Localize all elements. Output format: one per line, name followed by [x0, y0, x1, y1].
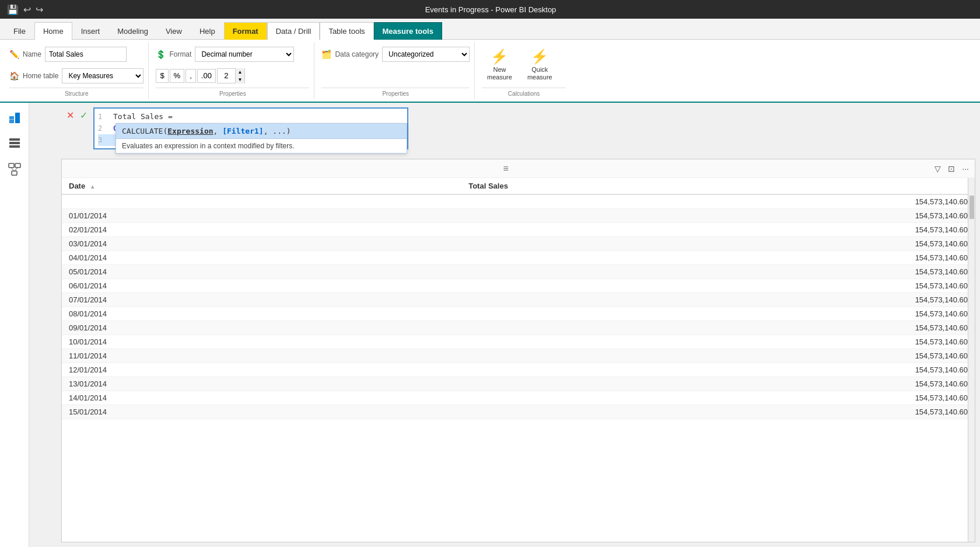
table-row: 14/01/2014154,573,140.60: [62, 391, 975, 405]
sidebar-item-data[interactable]: [4, 133, 25, 154]
svg-rect-1: [15, 113, 20, 123]
svg-rect-4: [9, 142, 20, 144]
home-table-dropdown[interactable]: Key Measures: [62, 68, 144, 83]
quick-measure-icon: ⚡: [531, 48, 548, 65]
toolbar-separator-icon: ≡: [503, 163, 508, 174]
decimal-down-btn[interactable]: ▼: [235, 76, 244, 83]
formula-confirm-btn[interactable]: ✓: [78, 109, 90, 122]
table-row: 154,573,140.60: [62, 194, 975, 209]
decimal-up-btn[interactable]: ▲: [235, 68, 244, 76]
table-row: 04/01/2014154,573,140.60: [62, 251, 975, 265]
tab-tabletools[interactable]: Table tools: [320, 22, 373, 40]
table-toolbar-right: ▽ ⊡ ···: [933, 163, 970, 175]
cell-date: 04/01/2014: [62, 251, 461, 265]
cell-totalsales: 154,573,140.60: [461, 321, 975, 335]
cell-totalsales: 154,573,140.60: [461, 251, 975, 265]
comma-btn[interactable]: ,: [186, 69, 196, 83]
formula-area: ✕ ✓ 1 Total Sales = 2 CALCULATE( SUM( 'S…: [29, 103, 980, 149]
new-measure-btn[interactable]: ⚡ New measure: [482, 44, 517, 85]
expand-icon-btn[interactable]: ⊡: [947, 163, 956, 175]
tab-help[interactable]: Help: [191, 22, 224, 40]
table-row: 11/01/2014154,573,140.60: [62, 349, 975, 363]
tab-measuretools[interactable]: Measure tools: [374, 22, 442, 40]
new-measure-icon: ⚡: [491, 48, 508, 65]
tab-modeling[interactable]: Modeling: [108, 22, 157, 40]
ribbon-group-format: 💲 Format Decimal number $ % , .00 ▲: [151, 42, 314, 99]
currency-btn[interactable]: $: [156, 69, 168, 83]
table-row: 08/01/2014154,573,140.60: [62, 307, 975, 321]
format-row: 💲 Format Decimal number: [156, 44, 294, 64]
tab-format[interactable]: Format: [224, 22, 267, 40]
model-view-icon: [8, 163, 21, 176]
main-canvas: ✕ ✓ 1 Total Sales = 2 CALCULATE( SUM( 'S…: [29, 103, 980, 547]
table-row: 02/01/2014154,573,140.60: [62, 223, 975, 237]
name-label: Name: [23, 50, 41, 58]
ribbon-tab-bar: File Home Insert Modeling View Help Form…: [0, 19, 980, 40]
tab-insert[interactable]: Insert: [72, 22, 109, 40]
ribbon: File Home Insert Modeling View Help Form…: [0, 19, 980, 103]
cell-totalsales: 154,573,140.60: [461, 194, 975, 209]
structure-group-label: Structure: [9, 88, 144, 97]
cell-date: [62, 194, 461, 209]
redo-icon[interactable]: ↪: [36, 4, 43, 15]
svg-rect-8: [12, 171, 17, 175]
line-number-1: 1: [98, 111, 108, 123]
cell-date: 14/01/2014: [62, 391, 461, 405]
title-bar-left: 💾 ↩ ↪: [7, 4, 43, 15]
table-row: 12/01/2014154,573,140.60: [62, 363, 975, 377]
format-dropdown[interactable]: Decimal number: [195, 47, 294, 62]
table-row: 09/01/2014154,573,140.60: [62, 321, 975, 335]
more-options-btn[interactable]: ···: [961, 163, 970, 175]
datacategory-dropdown[interactable]: Uncategorized: [382, 47, 470, 62]
percent-btn[interactable]: %: [170, 69, 185, 83]
number-format-row: $ % , .00 ▲ ▼: [156, 66, 245, 85]
cell-totalsales: 154,573,140.60: [461, 237, 975, 251]
undo-icon[interactable]: ↩: [23, 4, 31, 15]
filter-icon-btn[interactable]: ▽: [933, 163, 942, 175]
tab-datadrill[interactable]: Data / Drill: [267, 22, 320, 40]
table-toolbar: ≡ ▽ ⊡ ···: [62, 159, 975, 178]
sidebar-item-report[interactable]: [4, 107, 25, 128]
tab-file[interactable]: File: [5, 22, 34, 40]
title-bar: 💾 ↩ ↪ Events in Progress - Power BI Desk…: [0, 0, 980, 19]
home-table-icon: 🏠: [9, 71, 19, 81]
format-label: Format: [169, 50, 191, 58]
name-field-icon: ✏️: [9, 50, 19, 59]
autocomplete-function: CALCULATE(Expression, [Filter1], ...): [122, 127, 291, 135]
tab-view[interactable]: View: [157, 22, 191, 40]
col-date-header[interactable]: Date ▲: [62, 178, 461, 194]
sidebar-item-model[interactable]: [4, 159, 25, 180]
cell-date: 10/01/2014: [62, 335, 461, 349]
table-header-row: Date ▲ Total Sales: [62, 178, 975, 194]
table-scroll-area[interactable]: Date ▲ Total Sales 154,573,140.6001/01/2…: [62, 178, 975, 542]
table-body: 154,573,140.6001/01/2014154,573,140.6002…: [62, 194, 975, 419]
ribbon-group-calculations: ⚡ New measure ⚡ Quick measure Calculatio…: [477, 42, 570, 99]
ribbon-content-area: ✏️ Name 🏠 Home table Key Measures Struct…: [0, 40, 980, 103]
quick-measure-btn[interactable]: ⚡ Quick measure: [522, 44, 558, 85]
col-totalsales-header[interactable]: Total Sales: [461, 178, 975, 194]
formula-actions: ✕ ✓: [64, 107, 90, 122]
svg-rect-2: [9, 119, 14, 120]
ribbon-group-datacategory: 🗂️ Data category Uncategorized Propertie…: [317, 42, 475, 99]
decimal-btn[interactable]: .00: [197, 69, 216, 83]
svg-line-9: [11, 168, 14, 171]
cell-date: 09/01/2014: [62, 321, 461, 335]
save-icon[interactable]: 💾: [7, 4, 19, 15]
decimal-spinners: ▲ ▼: [235, 68, 244, 83]
format-icon: 💲: [156, 50, 166, 59]
decimal-value[interactable]: [218, 71, 235, 80]
svg-rect-7: [15, 163, 20, 168]
content-area: ✕ ✓ 1 Total Sales = 2 CALCULATE( SUM( 'S…: [0, 103, 980, 547]
name-input[interactable]: [45, 47, 127, 62]
cell-totalsales: 154,573,140.60: [461, 405, 975, 419]
cell-totalsales: 154,573,140.60: [461, 209, 975, 223]
cell-totalsales: 154,573,140.60: [461, 293, 975, 307]
report-view-icon: [8, 112, 21, 124]
table-row: 15/01/2014154,573,140.60: [62, 405, 975, 419]
vertical-scrollbar[interactable]: [968, 178, 975, 542]
formula-cancel-btn[interactable]: ✕: [64, 109, 76, 122]
scroll-thumb[interactable]: [970, 196, 974, 219]
table-toolbar-icons: ≡: [503, 163, 508, 174]
data-view-icon: [8, 137, 21, 150]
tab-home[interactable]: Home: [34, 22, 72, 40]
